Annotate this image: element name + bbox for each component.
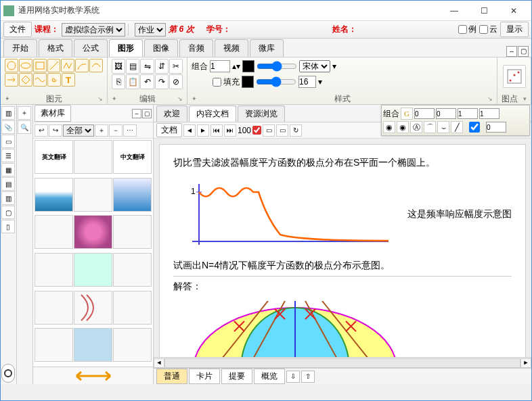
tool-pin-icon[interactable]: 📎 bbox=[1, 120, 15, 134]
last-page-button[interactable]: ⏭ bbox=[224, 124, 236, 137]
expand-edit-icon[interactable]: ↘ bbox=[177, 94, 183, 104]
document-view[interactable]: 切比雪夫滤波器幅度平方函数的极点分布在S平面一个椭圆上。 1 这是频率响应幅度示… bbox=[154, 139, 531, 357]
font-select[interactable]: 宋体 bbox=[299, 60, 330, 72]
tool-book-icon[interactable]: ▯ bbox=[1, 220, 15, 233]
doctab-resource[interactable]: 资源浏览 bbox=[238, 105, 285, 122]
horizontal-scrollbar[interactable]: ◄ ► bbox=[154, 357, 531, 368]
copy-button[interactable]: ⎘ bbox=[112, 74, 125, 89]
float-x0[interactable] bbox=[414, 108, 435, 119]
expand-shapes-icon[interactable]: ↘ bbox=[97, 94, 103, 104]
view-card-tab[interactable]: 卡片 bbox=[189, 369, 220, 384]
tool-grid-icon[interactable]: ▦ bbox=[1, 163, 15, 176]
example-checkbox[interactable]: 例 bbox=[458, 24, 476, 35]
cloud-checkbox[interactable]: 云 bbox=[479, 24, 497, 35]
list-item[interactable] bbox=[74, 328, 112, 362]
fontsize-dropdown-icon[interactable]: ▾ bbox=[318, 77, 322, 87]
font-dropdown-icon[interactable]: ▾ bbox=[332, 62, 336, 71]
list-item[interactable] bbox=[35, 328, 73, 362]
collapse-ribbon-button[interactable]: – bbox=[506, 46, 517, 57]
maximize-button[interactable]: ☐ bbox=[469, 1, 499, 20]
list-item[interactable] bbox=[113, 328, 152, 362]
line-icon[interactable]: ╱ bbox=[451, 121, 463, 133]
graph-points-button[interactable] bbox=[503, 65, 526, 88]
arc-top-icon[interactable]: ⌒ bbox=[424, 121, 436, 133]
list-item[interactable] bbox=[113, 291, 152, 325]
doc-refresh-button[interactable]: ↻ bbox=[290, 124, 302, 137]
line-opacity-slider[interactable] bbox=[257, 61, 297, 72]
list-item[interactable] bbox=[113, 215, 152, 249]
list-item[interactable] bbox=[74, 291, 112, 325]
fill-checkbox[interactable] bbox=[213, 78, 221, 87]
arc-bot-icon[interactable]: ⌣ bbox=[437, 121, 449, 133]
insert-image-button[interactable]: 🖼 bbox=[112, 59, 125, 74]
shape-wave[interactable] bbox=[33, 73, 47, 87]
tool-search-icon[interactable]: 🔍 bbox=[18, 120, 31, 134]
doc-menu-button[interactable]: 文档 bbox=[156, 123, 182, 137]
shape-ellipse[interactable] bbox=[19, 59, 32, 72]
shape-rect[interactable] bbox=[33, 59, 47, 72]
tool-plus-icon[interactable]: ＋ bbox=[18, 106, 31, 120]
course-select[interactable]: 虚拟综合示例 bbox=[62, 23, 125, 37]
flip-v-button[interactable]: ⇵ bbox=[155, 59, 169, 74]
list-item[interactable] bbox=[74, 253, 112, 287]
mat-fwd-button[interactable]: ↪ bbox=[49, 124, 62, 137]
scroll-left-button[interactable]: ◄ bbox=[154, 358, 164, 368]
shape-vector[interactable] bbox=[5, 73, 18, 87]
doc-view1-button[interactable]: ▭ bbox=[263, 124, 275, 137]
stepper-icon[interactable]: ▴▾ bbox=[232, 62, 240, 71]
scroll-right-button[interactable]: ► bbox=[520, 358, 531, 368]
shape-curve[interactable] bbox=[89, 59, 103, 72]
nav-arrows[interactable] bbox=[33, 367, 153, 384]
list-item[interactable] bbox=[74, 178, 112, 212]
mat-min-button[interactable]: – bbox=[132, 109, 141, 118]
tab-image[interactable]: 图像 bbox=[144, 39, 178, 57]
align-button[interactable]: ▤ bbox=[126, 59, 139, 74]
view-normal-tab[interactable]: 普通 bbox=[156, 369, 187, 384]
rotate-right-button[interactable]: ↷ bbox=[155, 74, 169, 89]
paste-button[interactable]: 📋 bbox=[126, 74, 139, 89]
thumb-header-en[interactable]: 英文翻译 bbox=[35, 140, 73, 174]
mat-add-button[interactable]: ＋ bbox=[95, 124, 108, 137]
list-item[interactable] bbox=[35, 215, 73, 249]
minimize-button[interactable]: — bbox=[439, 1, 469, 20]
view-overview-tab[interactable]: 概览 bbox=[254, 369, 285, 384]
cut-button[interactable]: ✂ bbox=[169, 59, 183, 74]
shape-polyline[interactable] bbox=[61, 59, 74, 72]
list-item[interactable] bbox=[113, 253, 152, 287]
flip-h-button[interactable]: ⇋ bbox=[140, 59, 154, 74]
mat-back-button[interactable]: ↩ bbox=[35, 124, 48, 137]
float-y1[interactable] bbox=[479, 108, 500, 119]
tool-list-icon[interactable]: ☰ bbox=[1, 149, 15, 162]
list-item[interactable] bbox=[74, 215, 112, 249]
tab-start[interactable]: 开始 bbox=[3, 39, 37, 57]
anchor-bl-icon[interactable]: ◉ bbox=[383, 121, 395, 133]
doc-check1[interactable] bbox=[252, 126, 261, 135]
font-size-input[interactable] bbox=[298, 76, 316, 88]
fill-color-box[interactable] bbox=[242, 76, 254, 88]
line-color-box[interactable] bbox=[242, 60, 254, 72]
shape-text[interactable]: T bbox=[62, 73, 75, 87]
fill-opacity-slider[interactable] bbox=[256, 76, 296, 87]
anchor-br-icon[interactable]: ◉ bbox=[397, 121, 409, 133]
homework-select[interactable]: 作业 bbox=[135, 23, 166, 37]
points-dropdown-icon[interactable]: ▾ bbox=[523, 94, 527, 104]
shape-circle[interactable] bbox=[5, 59, 18, 72]
tool-table-icon[interactable]: ▤ bbox=[1, 177, 15, 191]
thumbnail-grid[interactable]: 英文翻译 中文翻译 bbox=[33, 139, 153, 367]
float-x1[interactable] bbox=[458, 108, 478, 119]
doctab-welcome[interactable]: 欢迎 bbox=[156, 105, 187, 122]
next-page-button[interactable]: ► bbox=[197, 124, 209, 137]
view-question-tab[interactable]: 提要 bbox=[221, 369, 252, 384]
upload-button[interactable]: ⇧ bbox=[301, 371, 315, 383]
list-item[interactable] bbox=[74, 140, 112, 174]
mat-del-button[interactable]: － bbox=[109, 124, 123, 137]
delete-button[interactable]: ⊘ bbox=[169, 74, 183, 89]
list-item[interactable] bbox=[35, 253, 73, 287]
doctab-content[interactable]: 内容文档 bbox=[189, 105, 236, 122]
shape-arc[interactable] bbox=[75, 59, 89, 72]
angle-icon[interactable]: Ⓐ bbox=[410, 121, 422, 133]
float-v4[interactable] bbox=[486, 122, 506, 133]
mat-max-button[interactable]: ▢ bbox=[142, 109, 152, 118]
tab-video[interactable]: 视频 bbox=[215, 39, 248, 57]
float-g-button[interactable]: G bbox=[401, 108, 413, 120]
